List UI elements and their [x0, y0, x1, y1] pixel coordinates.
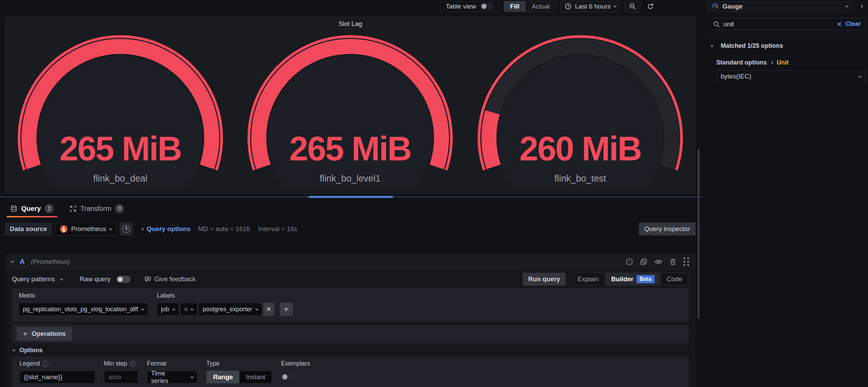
transform-icon: [70, 205, 77, 212]
gauges-row: 265 MiBflink_bo_deal265 MiBflink_bo_leve…: [5, 31, 695, 188]
labels-label: Labels: [157, 292, 175, 299]
fill-button[interactable]: Fill: [504, 1, 525, 12]
chevron-down-icon: [172, 307, 176, 311]
table-view-toggle[interactable]: [480, 3, 494, 10]
chevron-down-icon: [255, 307, 258, 311]
chevron-down-icon: [710, 44, 714, 47]
chevron-down-icon: [191, 375, 194, 378]
builder-toggle[interactable]: BuilderBeta: [605, 273, 660, 285]
option-category-label: Standard options: [716, 59, 767, 66]
label-name-select[interactable]: job: [157, 303, 179, 316]
search-icon: [713, 21, 720, 28]
interval-text: Interval = 15s: [258, 225, 297, 233]
options-sidebar: 79 Gauge ✕ Clear Matched 1/25 options St…: [704, 0, 868, 387]
collapse-chevron-icon[interactable]: [11, 259, 14, 263]
prometheus-icon: [60, 225, 68, 233]
format-field: Format Time series: [147, 360, 197, 384]
zoom-out-button[interactable]: [625, 1, 641, 12]
clock-icon: [565, 3, 572, 10]
add-operations-button[interactable]: + Operations: [17, 327, 72, 341]
transform-count-badge: 0: [115, 204, 124, 213]
min-step-input[interactable]: [104, 371, 138, 384]
time-range-picker[interactable]: Last 6 hours: [560, 1, 620, 12]
gauge-series-label: flink_bo_test: [554, 173, 606, 184]
visualization-picker[interactable]: 79 Gauge: [707, 1, 852, 12]
splitter-handle[interactable]: [309, 196, 393, 198]
svg-text:79: 79: [714, 5, 717, 8]
chevron-down-icon: [141, 307, 144, 311]
options-section-header[interactable]: Options: [13, 346, 689, 354]
query-inspector-button[interactable]: Query inspector: [639, 223, 695, 235]
option-breadcrumb: Standard options Unit: [716, 59, 868, 66]
drag-handle-icon[interactable]: [684, 257, 689, 266]
refresh-button[interactable]: [645, 1, 656, 12]
grafana-panel-editor: Table view Fill Actual Last 6 hours Slot…: [0, 0, 868, 387]
matched-options-header[interactable]: Matched 1/25 options: [704, 35, 868, 49]
hide-query-icon[interactable]: [654, 258, 662, 266]
tab-query[interactable]: Query 1: [7, 200, 57, 217]
zoom-out-icon: [629, 3, 636, 10]
range-toggle[interactable]: Range: [207, 371, 239, 383]
query-count-badge: 1: [45, 204, 54, 213]
delete-query-icon[interactable]: [669, 258, 677, 266]
metric-select[interactable]: pg_replication_slots_pg_xlog_location_di…: [19, 303, 148, 316]
option-name-label: Unit: [777, 59, 789, 66]
toggle-knob: [118, 277, 123, 282]
remove-label-filter-button[interactable]: ✕: [263, 303, 274, 316]
unit-select[interactable]: bytes(IEC): [716, 70, 865, 83]
info-icon: i: [43, 361, 48, 367]
datasource-help-button[interactable]: ?: [120, 223, 133, 235]
vertical-scrollbar[interactable]: [698, 149, 700, 319]
gauge-value: 260 MiB: [519, 129, 641, 168]
datasource-picker[interactable]: Prometheus: [55, 223, 116, 235]
exemplars-toggle[interactable]: [281, 373, 295, 381]
operations-label: Operations: [31, 330, 65, 338]
metric-value: pg_replication_slots_pg_xlog_location_di…: [23, 306, 138, 313]
options-search-input[interactable]: [723, 20, 833, 28]
svg-text:?: ?: [628, 260, 630, 264]
chevron-down-icon: [109, 227, 113, 230]
gauge-viz-icon: 79: [711, 2, 719, 10]
legend-input[interactable]: [19, 371, 95, 384]
query-row-header[interactable]: A (Prometheus) ?: [5, 254, 695, 270]
query-options-toggle[interactable]: Query options: [147, 225, 191, 233]
label-operator-select[interactable]: =: [180, 303, 198, 316]
code-toggle[interactable]: Code: [661, 273, 688, 285]
exemplars-field: Exemplars: [281, 360, 310, 384]
add-label-filter-button[interactable]: +: [280, 303, 293, 316]
gauge: 260 MiBflink_bo_test: [465, 31, 695, 188]
gauge: 265 MiBflink_bo_level1: [235, 31, 465, 188]
actual-button[interactable]: Actual: [526, 1, 556, 12]
type-field: Type Range Instant: [206, 360, 272, 384]
gauge-series-label: flink_bo_deal: [93, 173, 148, 184]
fill-actual-group: Fill Actual: [504, 1, 556, 12]
label-value-select[interactable]: postgres_exporter: [198, 303, 262, 316]
chevron-right-icon: [860, 5, 863, 8]
give-feedback-label: Give feedback: [154, 275, 196, 283]
clear-search-label[interactable]: Clear: [845, 20, 861, 28]
collapse-pane-button[interactable]: [854, 1, 868, 12]
tab-transform[interactable]: Transform 0: [66, 200, 128, 217]
query-patterns-label[interactable]: Query patterns: [12, 275, 55, 283]
explain-toggle[interactable]: Explain: [571, 273, 605, 285]
table-view-label: Table view: [446, 3, 476, 10]
chevron-down-icon: [845, 4, 849, 8]
tab-query-label: Query: [21, 205, 41, 213]
clear-search-icon[interactable]: ✕: [836, 20, 842, 28]
run-query-button[interactable]: Run query: [523, 273, 566, 286]
time-range-label: Last 6 hours: [575, 3, 611, 10]
format-select[interactable]: Time series: [147, 371, 197, 384]
help-circle-icon[interactable]: ?: [626, 258, 633, 266]
matched-options-label: Matched 1/25 options: [721, 42, 783, 49]
metric-label: Metric: [19, 292, 35, 299]
chevron-right-icon: [140, 227, 144, 231]
instant-toggle[interactable]: Instant: [239, 371, 272, 383]
pane-splitter[interactable]: [0, 194, 703, 200]
raw-query-toggle[interactable]: [116, 276, 131, 283]
operations-card: + Operations: [12, 325, 689, 343]
plus-icon: +: [23, 329, 27, 339]
duplicate-query-icon[interactable]: [640, 258, 647, 266]
sidebar-header: 79 Gauge: [704, 0, 868, 13]
chevron-down-icon: [613, 4, 617, 8]
give-feedback-link[interactable]: Give feedback: [144, 275, 196, 283]
